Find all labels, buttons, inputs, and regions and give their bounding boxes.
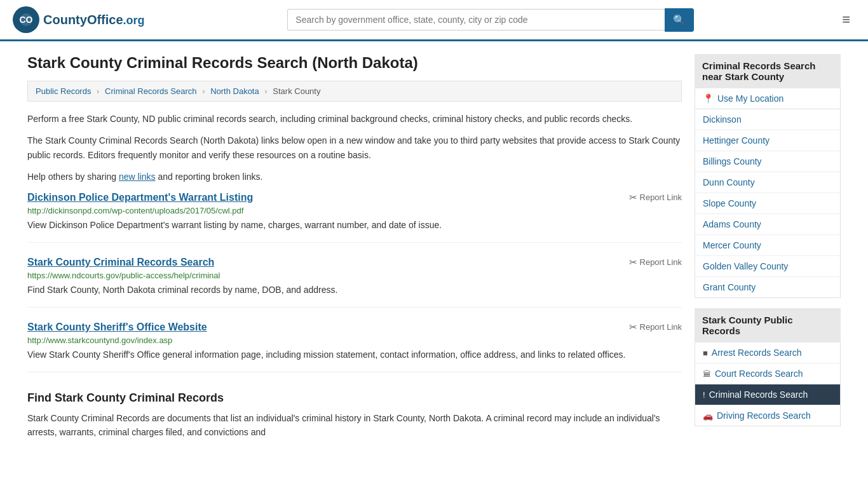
- public-records-title: Stark County Public Records: [695, 308, 841, 342]
- link-item-2: Stark County Criminal Records Search ✂ R…: [27, 257, 682, 308]
- report-link-label-3: Report Link: [640, 322, 682, 332]
- nearby-item: Mercer County: [695, 235, 840, 256]
- link-title-3[interactable]: Stark County Sheriff's Office Website: [27, 322, 207, 333]
- nearby-item: Hettinger County: [695, 130, 840, 151]
- logo-area: CO CountyOffice.org: [13, 6, 145, 33]
- public-records-label-3: Driving Records Search: [717, 410, 811, 421]
- main-container: Stark County Criminal Records Search (No…: [15, 41, 853, 459]
- nearby-link-0[interactable]: Dickinson: [695, 109, 840, 130]
- use-location-label: Use My Location: [717, 93, 783, 104]
- public-records-label-0: Arrest Records Search: [712, 348, 802, 358]
- header-right: ≡: [837, 9, 855, 30]
- intro-paragraph-2: The Stark County Criminal Records Search…: [27, 133, 682, 162]
- public-records-item: 🚗Driving Records Search: [695, 405, 840, 426]
- link-item-3: Stark County Sheriff's Office Website ✂ …: [27, 322, 682, 372]
- find-text: Stark County Criminal Records are docume…: [27, 411, 682, 440]
- nearby-item: Dunn County: [695, 172, 840, 193]
- public-records-label-1: Court Records Search: [715, 369, 803, 379]
- report-link-1[interactable]: ✂ Report Link: [629, 192, 682, 203]
- breadcrumb-criminal-records[interactable]: Criminal Records Search: [105, 86, 197, 96]
- search-input[interactable]: [287, 9, 665, 30]
- public-records-link-2[interactable]: !Criminal Records Search: [695, 384, 840, 405]
- location-icon: 📍: [703, 93, 714, 104]
- link-item-header: Dickinson Police Department's Warrant Li…: [27, 192, 682, 206]
- use-location-link[interactable]: 📍 Use My Location: [695, 88, 841, 109]
- nearby-link-4[interactable]: Slope County: [695, 193, 840, 214]
- public-records-icon-0: ■: [703, 348, 708, 358]
- report-link-2[interactable]: ✂ Report Link: [629, 257, 682, 268]
- public-records-item: ■Arrest Records Search: [695, 342, 840, 363]
- intro-paragraph-1: Perform a free Stark County, ND public c…: [27, 112, 682, 126]
- new-links-link[interactable]: new links: [119, 172, 156, 182]
- breadcrumb-stark-county: Stark County: [273, 86, 320, 96]
- public-records-icon-3: 🚗: [703, 411, 713, 421]
- link-desc-3: View Stark County Sheriff's Office gener…: [27, 348, 682, 362]
- nearby-item: Grant County: [695, 277, 840, 297]
- nearby-link-1[interactable]: Hettinger County: [695, 130, 840, 151]
- link-url-1[interactable]: http://dickinsonpd.com/wp-content/upload…: [27, 206, 682, 215]
- intro-paragraph-3: Help others by sharing new links and rep…: [27, 170, 682, 184]
- nearby-section: Criminal Records Search near Stark Count…: [695, 54, 841, 298]
- breadcrumb-public-records[interactable]: Public Records: [36, 86, 91, 96]
- breadcrumb-sep-3: ›: [264, 86, 267, 96]
- breadcrumb-north-dakota[interactable]: North Dakota: [210, 86, 259, 96]
- public-records-link-1[interactable]: 🏛Court Records Search: [695, 363, 840, 384]
- nearby-link-5[interactable]: Adams County: [695, 214, 840, 234]
- link-title-1[interactable]: Dickinson Police Department's Warrant Li…: [27, 192, 253, 203]
- sidebar: Criminal Records Search near Stark Count…: [695, 54, 841, 447]
- nearby-item: Slope County: [695, 193, 840, 214]
- public-records-icon-1: 🏛: [703, 369, 711, 379]
- link-item-1: Dickinson Police Department's Warrant Li…: [27, 192, 682, 243]
- search-form: 🔍: [287, 8, 694, 32]
- links-container: Dickinson Police Department's Warrant Li…: [27, 192, 682, 372]
- intro-p3-after: and reporting broken links.: [156, 172, 263, 182]
- link-url-2[interactable]: https://www.ndcourts.gov/public-access/h…: [27, 271, 682, 280]
- link-url-3[interactable]: http://www.starkcountynd.gov/index.asp: [27, 336, 682, 345]
- nearby-item: Adams County: [695, 214, 840, 235]
- content-area: Stark County Criminal Records Search (No…: [27, 54, 682, 447]
- public-records-icon-2: !: [703, 390, 705, 400]
- link-item-header: Stark County Criminal Records Search ✂ R…: [27, 257, 682, 271]
- find-section: Find Stark County Criminal Records Stark…: [27, 386, 682, 440]
- unlink-icon-3: ✂: [629, 322, 637, 333]
- public-records-link-0[interactable]: ■Arrest Records Search: [695, 342, 840, 363]
- link-title-2[interactable]: Stark County Criminal Records Search: [27, 257, 214, 268]
- svg-text:CO: CO: [20, 15, 33, 25]
- report-link-3[interactable]: ✂ Report Link: [629, 322, 682, 333]
- nearby-link-7[interactable]: Golden Valley County: [695, 256, 840, 276]
- nearby-link-2[interactable]: Billings County: [695, 151, 840, 172]
- nearby-link-8[interactable]: Grant County: [695, 277, 840, 297]
- logo-icon: CO: [13, 6, 39, 33]
- intro-p3-before: Help others by sharing: [27, 172, 119, 182]
- nearby-title: Criminal Records Search near Stark Count…: [695, 54, 841, 88]
- link-desc-1: View Dickinson Police Department's warra…: [27, 219, 682, 232]
- nearby-item: Golden Valley County: [695, 256, 840, 277]
- report-link-label-2: Report Link: [640, 257, 682, 267]
- find-heading: Find Stark County Criminal Records: [27, 386, 682, 405]
- public-records-link-3[interactable]: 🚗Driving Records Search: [695, 405, 840, 426]
- public-records-item: 🏛Court Records Search: [695, 363, 840, 384]
- link-desc-2: Find Stark County, North Dakota criminal…: [27, 283, 682, 297]
- public-records-list: ■Arrest Records Search🏛Court Records Sea…: [695, 342, 841, 426]
- site-header: CO CountyOffice.org 🔍 ≡: [0, 0, 868, 41]
- public-records-section: Stark County Public Records ■Arrest Reco…: [695, 308, 841, 426]
- report-link-label-1: Report Link: [640, 193, 682, 202]
- search-button[interactable]: 🔍: [665, 8, 694, 32]
- breadcrumb-sep-2: ›: [202, 86, 205, 96]
- nearby-item: Billings County: [695, 151, 840, 172]
- unlink-icon-2: ✂: [629, 257, 637, 268]
- search-icon: 🔍: [673, 15, 686, 25]
- nearby-link-3[interactable]: Dunn County: [695, 172, 840, 193]
- hamburger-icon: ≡: [842, 11, 850, 27]
- logo-text[interactable]: CountyOffice.org: [43, 13, 145, 27]
- menu-button[interactable]: ≡: [837, 9, 855, 30]
- nearby-item: Dickinson: [695, 109, 840, 130]
- page-title: Stark County Criminal Records Search (No…: [27, 54, 682, 72]
- nearby-link-6[interactable]: Mercer County: [695, 235, 840, 255]
- public-records-label-2: Criminal Records Search: [709, 390, 808, 400]
- unlink-icon-1: ✂: [629, 192, 637, 203]
- breadcrumb-sep-1: ›: [97, 86, 99, 96]
- public-records-item: !Criminal Records Search: [695, 384, 840, 405]
- link-item-header: Stark County Sheriff's Office Website ✂ …: [27, 322, 682, 336]
- nearby-list: DickinsonHettinger CountyBillings County…: [695, 109, 841, 298]
